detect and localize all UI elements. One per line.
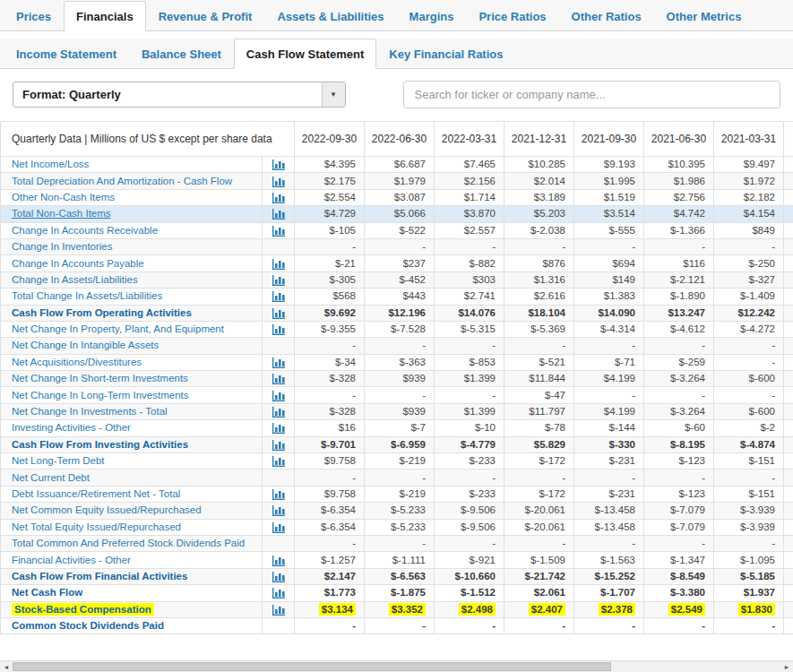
value-cell: -	[714, 470, 784, 486]
chart-icon-cell[interactable]	[263, 354, 295, 370]
tab-other-ratios[interactable]: Other Ratios	[559, 1, 654, 31]
scrollbar-thumb[interactable]	[13, 662, 611, 671]
value-cell: $-4.314	[574, 321, 644, 337]
value-cell: $3.352	[365, 601, 435, 617]
row-label-link[interactable]: Net Change In Intangible Assets	[12, 340, 159, 350]
chart-icon-cell[interactable]	[263, 503, 295, 519]
chart-icon-cell[interactable]	[263, 436, 295, 452]
chart-icon-cell[interactable]	[263, 601, 295, 617]
chart-icon-cell[interactable]	[263, 189, 295, 205]
row-label-link[interactable]: Change In Accounts Receivable	[12, 225, 158, 236]
row-label-link[interactable]: Financial Activities - Other	[12, 555, 131, 565]
tab-margins[interactable]: Margins	[397, 1, 467, 31]
row-label-link[interactable]: Total Depreciation And Amortization - Ca…	[12, 176, 232, 186]
tab-other-metrics[interactable]: Other Metrics	[654, 1, 754, 31]
row-label-link[interactable]: Net Cash Flow	[12, 587, 82, 598]
table-header-row: Quarterly Data | Millions of US $ except…	[1, 122, 793, 157]
column-header-date: 2021-12-31	[504, 122, 574, 157]
value-cell: -	[504, 338, 574, 354]
chart-icon-cell[interactable]	[263, 420, 295, 436]
search-input[interactable]	[403, 81, 780, 108]
row-label-link[interactable]: Net Change In Property, Plant, And Equip…	[12, 323, 224, 334]
table-row: Net Current Debt-------	[1, 470, 793, 486]
row-label-link[interactable]: Total Common And Preferred Stock Dividen…	[12, 538, 245, 548]
format-dropdown[interactable]: Format: Quarterly ▼	[13, 82, 346, 108]
row-label-link[interactable]: Debt Issuance/Retirement Net - Total	[12, 488, 180, 499]
value-cell: $-4.874	[714, 436, 784, 452]
row-label-link[interactable]: Net Current Debt	[12, 472, 90, 483]
partial-column-cell	[784, 354, 793, 370]
tab-assets-liabilities[interactable]: Assets & Liabilities	[264, 1, 396, 31]
chart-icon-cell[interactable]	[263, 271, 295, 288]
value-cell: $694	[574, 255, 644, 271]
scroll-left-button[interactable]: ◄	[0, 661, 13, 672]
chart-icon-cell[interactable]	[263, 255, 295, 271]
row-label-link[interactable]: Common Stock Dividends Paid	[12, 620, 164, 631]
row-label-link[interactable]: Net Change In Long-Term Investments	[12, 390, 189, 401]
row-label-link[interactable]: Net Income/Loss	[12, 159, 89, 169]
row-label-link[interactable]: Cash Flow From Investing Activities	[12, 439, 188, 450]
tab-prices[interactable]: Prices	[4, 1, 64, 31]
value-cell: -	[714, 338, 784, 354]
row-label-link[interactable]: Net Acquisitions/Divestitures	[12, 357, 142, 367]
row-label-link[interactable]: Cash Flow From Financial Activities	[12, 571, 187, 582]
chart-icon-cell[interactable]	[263, 568, 295, 584]
row-label-link[interactable]: Investing Activities - Other	[12, 422, 131, 433]
row-label-link[interactable]: Change In Inventories	[12, 241, 113, 252]
chart-icon-cell[interactable]	[263, 321, 295, 337]
row-label-link[interactable]: Total Change In Assets/Liabilities	[12, 290, 162, 301]
value-cell: $1.399	[435, 371, 504, 387]
chart-icon-cell[interactable]	[263, 519, 295, 535]
value-cell: -	[365, 617, 435, 633]
chart-icon-cell[interactable]	[263, 552, 295, 568]
chart-icon-cell[interactable]	[263, 453, 295, 470]
chart-icon-cell[interactable]	[263, 206, 295, 222]
row-label-link[interactable]: Stock-Based Compensation	[12, 603, 154, 616]
row-label-link[interactable]: Total Non-Cash Items	[12, 208, 111, 219]
chart-icon-cell[interactable]	[263, 403, 295, 419]
value-cell: $-8.549	[644, 568, 714, 584]
chart-icon-cell[interactable]	[263, 222, 295, 238]
row-label-link[interactable]: Other Non-Cash Items	[12, 192, 115, 202]
scrollbar-track[interactable]	[13, 661, 780, 672]
value-cell: -	[714, 354, 784, 370]
row-label-link[interactable]: Change In Assets/Liabilities	[12, 274, 138, 285]
value-cell: $9.497	[714, 157, 784, 173]
chart-icon-cell[interactable]	[263, 585, 295, 601]
value-cell: $2.378	[574, 601, 644, 617]
chart-icon-cell[interactable]	[263, 305, 295, 321]
chart-icon-cell[interactable]	[263, 486, 295, 502]
value-cell: $1.399	[435, 403, 504, 419]
subtab-income-statement[interactable]: Income Statement	[4, 39, 129, 69]
chart-icon-cell[interactable]	[263, 371, 295, 387]
subtab-balance-sheet[interactable]: Balance Sheet	[129, 39, 234, 69]
row-label-link[interactable]: Net Long-Term Debt	[12, 455, 105, 466]
row-label-link[interactable]: Cash Flow From Operating Activities	[12, 307, 192, 318]
chart-icon-cell[interactable]	[263, 387, 295, 403]
row-label-link[interactable]: Change In Accounts Payable	[12, 258, 144, 269]
chart-icon-cell[interactable]	[263, 289, 295, 305]
row-label-cell: Common Stock Dividends Paid	[1, 617, 263, 633]
value-cell: $2.557	[435, 222, 504, 238]
chart-icon-cell[interactable]	[263, 173, 295, 189]
subtab-key-financial-ratios[interactable]: Key Financial Ratios	[376, 39, 515, 69]
value-cell: $3.870	[435, 206, 504, 222]
subtab-cash-flow-statement[interactable]: Cash Flow Statement	[234, 39, 376, 69]
value-cell: $-853	[435, 354, 504, 370]
row-label-link[interactable]: Net Common Equity Issued/Repurchased	[12, 504, 202, 515]
dropdown-button[interactable]: ▼	[322, 82, 345, 107]
value-cell: $-123	[644, 453, 714, 470]
tab-price-ratios[interactable]: Price Ratios	[466, 1, 558, 31]
row-label-link[interactable]: Net Change In Short-term Investments	[12, 373, 188, 383]
value-cell: $5.203	[504, 206, 574, 222]
value-cell: $9.193	[574, 157, 644, 173]
partial-column-cell	[784, 271, 793, 288]
row-label-link[interactable]: Net Change In Investments - Total	[12, 406, 168, 417]
row-label-link[interactable]: Net Total Equity Issued/Repurchased	[12, 521, 181, 532]
chart-icon-cell[interactable]	[263, 157, 295, 173]
value-cell: $-219	[365, 453, 435, 470]
tab-revenue-profit[interactable]: Revenue & Profit	[146, 1, 265, 31]
tab-financials[interactable]: Financials	[64, 1, 146, 31]
scroll-right-button[interactable]: ►	[780, 661, 793, 672]
horizontal-scrollbar[interactable]: ◄ ►	[0, 660, 793, 672]
